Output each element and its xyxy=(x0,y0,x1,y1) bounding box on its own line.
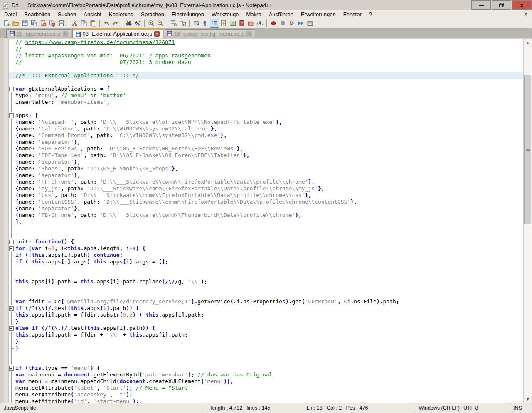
bookmark-margin[interactable] xyxy=(4,312,9,318)
close-document-icon[interactable]: X xyxy=(520,12,532,17)
code-line[interactable]: insertafter: 'menubar-items', xyxy=(4,99,523,106)
code-line[interactable]: } xyxy=(4,318,523,325)
fold-collapse-icon[interactable] xyxy=(9,245,15,252)
code-line[interactable] xyxy=(4,272,523,278)
document-map-button[interactable] xyxy=(228,19,237,28)
bookmark-margin[interactable] xyxy=(4,199,9,205)
bookmark-margin[interactable] xyxy=(4,278,9,285)
fold-collapse-icon[interactable] xyxy=(9,238,15,245)
bookmark-margin[interactable] xyxy=(4,205,9,212)
code-line[interactable]: {name: 'contentCSS', path: 'D:\\___Stick… xyxy=(4,199,523,205)
code-line[interactable] xyxy=(4,232,523,238)
bookmark-margin[interactable] xyxy=(4,265,9,272)
tab-close-icon[interactable]: × xyxy=(63,31,68,37)
minimize-button[interactable] xyxy=(471,0,491,10)
menu-item-einstellungen[interactable]: Einstellungen xyxy=(168,10,208,18)
editor[interactable]: // https://www.camp-firefox.de/forum/the… xyxy=(4,39,532,403)
scrollbar-thumb[interactable] xyxy=(524,75,531,224)
bookmark-margin[interactable] xyxy=(4,238,9,245)
tab-close-icon[interactable]: × xyxy=(154,31,160,37)
fold-collapse-icon[interactable] xyxy=(9,86,15,92)
bookmark-margin[interactable] xyxy=(4,52,9,59)
bookmark-margin[interactable] xyxy=(4,385,9,391)
code-line[interactable] xyxy=(4,292,523,298)
code-line[interactable]: var ffdir = Cc['@mozilla.org/file/direct… xyxy=(4,298,523,305)
code-line[interactable]: if (this.type == 'menu') { xyxy=(4,365,523,371)
bookmark-margin[interactable] xyxy=(4,79,9,86)
bookmark-margin[interactable] xyxy=(4,212,9,219)
document-switcher-button[interactable] xyxy=(237,19,246,28)
menu-item-sprachen[interactable]: Sprachen xyxy=(137,10,168,18)
code-line[interactable]: init: function() { xyxy=(4,238,523,245)
menu-item-kodierung[interactable]: Kodierung xyxy=(105,10,137,18)
code-line[interactable] xyxy=(4,352,523,358)
bookmark-margin[interactable] xyxy=(4,245,9,252)
bookmark-margin[interactable] xyxy=(4,66,9,72)
code-line[interactable]: {name: 'separator'}, xyxy=(4,139,523,145)
code-line[interactable]: {name: 'separator'}, xyxy=(4,172,523,179)
menu-item-suchen[interactable]: Suchen xyxy=(54,10,80,18)
code-line[interactable]: var mainmenu = document.getElementById('… xyxy=(4,371,523,378)
code-line[interactable]: {name: 'separator'}, xyxy=(4,205,523,212)
code-line[interactable]: {name: 'Calculator', path: 'C:\\WINDOWS\… xyxy=(4,125,523,132)
code-line[interactable]: // letzte Anpassungen von mir: 06/2021: … xyxy=(4,52,523,59)
menu-item-datei[interactable]: Datei xyxy=(0,10,20,18)
bookmark-margin[interactable] xyxy=(4,272,9,278)
sync-vertical-scroll-button[interactable] xyxy=(169,19,178,28)
menu-item-makro[interactable]: Makro xyxy=(243,10,265,18)
find-button[interactable] xyxy=(124,19,133,28)
bookmark-margin[interactable] xyxy=(4,232,9,238)
code-line[interactable]: {name: 'EDF-Tabellen', path: 'D:\\05_E-S… xyxy=(4,152,523,159)
code-line[interactable]: menu.setAttribute('label', 'Start'); // … xyxy=(4,385,523,391)
code-line[interactable]: //* :::: External Applications :::: */ xyxy=(4,72,523,79)
code-area[interactable]: // https://www.camp-firefox.de/forum/the… xyxy=(4,39,523,403)
redo-button[interactable] xyxy=(111,19,120,28)
macro-stop-button[interactable] xyxy=(278,19,287,28)
fold-collapse-icon[interactable] xyxy=(9,112,15,119)
close-file-button[interactable] xyxy=(39,19,48,28)
cut-button[interactable] xyxy=(70,19,79,28)
show-all-characters-button[interactable]: ¶ xyxy=(201,19,210,28)
bookmark-margin[interactable] xyxy=(4,192,9,199)
code-line[interactable] xyxy=(4,225,523,232)
bookmark-margin[interactable] xyxy=(4,139,9,145)
function-list-button[interactable] xyxy=(219,19,228,28)
fold-collapse-icon[interactable] xyxy=(9,305,15,312)
open-file-button[interactable] xyxy=(11,19,20,28)
code-line[interactable] xyxy=(4,79,523,86)
code-line[interactable]: {name: 'FF-Chrome', path: 'D:\\___Stickw… xyxy=(4,179,523,185)
bookmark-margin[interactable] xyxy=(4,86,9,92)
code-line[interactable]: var gExternalApplications = { xyxy=(4,86,523,92)
vertical-scrollbar[interactable]: ▲ ▼ xyxy=(523,39,532,403)
bookmark-margin[interactable] xyxy=(4,119,9,125)
bookmark-margin[interactable] xyxy=(4,185,9,192)
code-line[interactable] xyxy=(4,265,523,272)
macro-record-button[interactable] xyxy=(269,19,278,28)
macro-save-button[interactable] xyxy=(305,19,315,28)
tab-03-external-application[interactable]: 03_External-Application.uc.js × xyxy=(72,28,163,38)
code-line[interactable]: {name: 'EDF-Reviews', path: 'D:\\05_E-Sm… xyxy=(4,145,523,152)
code-line[interactable]: this.apps[i].path = ffdir + '\\' + this.… xyxy=(4,332,523,338)
code-line[interactable]: // https://www.camp-firefox.de/forum/the… xyxy=(4,39,523,46)
code-line[interactable]: // 07/2021: 3 ordner dazu xyxy=(4,59,523,66)
code-line[interactable]: menu.setAttribute('id', 'start-menu'); xyxy=(4,398,523,403)
bookmark-margin[interactable] xyxy=(4,398,9,403)
code-line[interactable]: menu.setAttribute('accesskey', 't'); xyxy=(4,391,523,398)
code-line[interactable]: type: 'menu', //'menu' or 'button' xyxy=(4,92,523,99)
bookmark-margin[interactable] xyxy=(4,358,9,365)
fold-collapse-icon[interactable] xyxy=(9,325,15,332)
code-line[interactable]: {name: 'Notepad++', path: 'D:\\___Stickw… xyxy=(4,119,523,125)
close-button[interactable]: x xyxy=(512,0,532,10)
bookmark-margin[interactable] xyxy=(4,225,9,232)
code-line[interactable] xyxy=(4,66,523,72)
code-line[interactable]: // xyxy=(4,46,523,52)
zoom-out-button[interactable] xyxy=(156,19,165,28)
bookmark-margin[interactable] xyxy=(4,318,9,325)
restore-button[interactable] xyxy=(492,0,511,10)
bookmark-margin[interactable] xyxy=(4,258,9,265)
code-line[interactable]: } xyxy=(4,345,523,352)
macro-play-button[interactable] xyxy=(287,19,296,28)
monitoring-button[interactable] xyxy=(256,19,265,28)
fold-collapse-icon[interactable] xyxy=(9,365,15,371)
scroll-down-icon[interactable]: ▼ xyxy=(524,395,532,403)
